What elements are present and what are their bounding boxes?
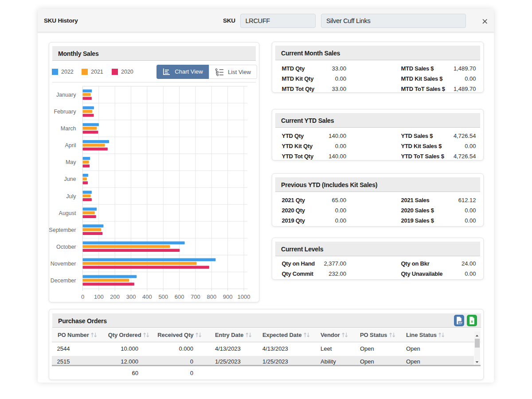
svg-text:CSV: CSV (457, 321, 462, 324)
svg-text:May: May (66, 159, 76, 165)
svg-text:July: July (66, 193, 76, 200)
svg-text:September: September (49, 227, 76, 233)
svg-text:200: 200 (110, 293, 120, 300)
svg-text:100: 100 (94, 293, 104, 300)
svg-text:600: 600 (175, 293, 184, 300)
svg-text:February: February (54, 109, 76, 115)
svg-text:April: April (65, 142, 76, 149)
svg-text:January: January (56, 92, 76, 98)
svg-text:0: 0 (81, 293, 84, 300)
svg-text:800: 800 (207, 293, 216, 300)
svg-text:300: 300 (126, 293, 136, 300)
svg-text:August: August (59, 210, 76, 216)
svg-text:500: 500 (158, 293, 168, 300)
svg-text:400: 400 (142, 293, 152, 300)
svg-text:700: 700 (191, 293, 200, 300)
svg-text:June: June (64, 176, 76, 182)
svg-text:October: October (56, 244, 76, 250)
svg-text:900: 900 (223, 293, 233, 300)
svg-text:March: March (61, 125, 76, 132)
svg-text:November: November (51, 261, 76, 267)
svg-text:December: December (51, 278, 76, 284)
svg-text:x: x (471, 319, 473, 324)
svg-text:1000: 1000 (238, 293, 250, 300)
